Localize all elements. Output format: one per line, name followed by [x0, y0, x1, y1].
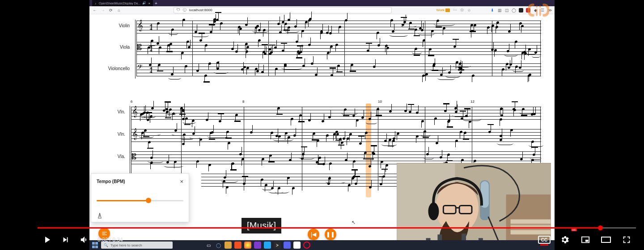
measure-number: 8 [242, 100, 244, 104]
sheet-music-area[interactable]: Violin Viola Violoncello 𝄞 44 𝄡 44 [89, 14, 555, 250]
yt-controls: 0:32 / 0:34 CC HD [38, 229, 636, 250]
treble-clef-icon: 𝄞 [137, 20, 143, 31]
yt-time-display: 0:32 / 0:34 [97, 237, 123, 243]
svg-point-14 [428, 203, 439, 221]
bass-clef-icon: 𝄢 [137, 63, 143, 73]
svg-rect-15 [536, 8, 538, 16]
info-icon: ⓘ [183, 8, 186, 12]
yt-cc-button[interactable]: CC [535, 230, 554, 249]
alto-clef-icon: 𝄡 [132, 152, 136, 162]
instrument-label: Violin [103, 23, 130, 28]
staff-system-1: Violin Viola Violoncello 𝄞 44 𝄡 44 [103, 17, 541, 84]
alto-clef-icon: 𝄡 [137, 43, 142, 52]
instrument-label: Vla. [98, 154, 125, 159]
tempo-slider[interactable] [97, 197, 183, 204]
reload-button[interactable]: ⟳ [108, 8, 114, 13]
mouse-cursor-icon: ↖ [352, 220, 356, 225]
svg-rect-19 [585, 240, 588, 242]
instrument-label: Vln. [98, 132, 125, 137]
brand-logo-icon [525, 1, 552, 23]
instrument-label: Violoncello [103, 66, 130, 71]
yt-miniplayer-button[interactable] [576, 230, 595, 249]
tempo-close-icon[interactable]: × [180, 178, 183, 185]
metronome-icon[interactable] [97, 212, 103, 219]
hd-badge: HD [571, 229, 577, 231]
video-area: ♪ OpenSheetMusicDisplay De... 🔊 × + ← → … [89, 0, 555, 250]
yt-fullscreen-button[interactable] [617, 230, 636, 249]
shield-icon: 🛡 [177, 8, 180, 12]
work-chip-icon [445, 8, 450, 12]
tab-title: OpenSheetMusicDisplay De... [99, 2, 140, 5]
svg-point-18 [539, 6, 541, 8]
tempo-popup: Tempo (BPM) × [91, 173, 189, 222]
browser-tab-strip: ♪ OpenSheetMusicDisplay De... 🔊 × + [89, 0, 555, 6]
instrument-label: Viola [103, 45, 130, 50]
back-button[interactable]: ← [92, 8, 97, 13]
ext-icon-1[interactable] [519, 8, 523, 12]
measure-number: 6 [131, 100, 132, 104]
yt-next-button[interactable] [56, 230, 75, 249]
yt-progress-bar[interactable] [38, 226, 636, 229]
tab-audio-icon[interactable]: 🔊 [142, 1, 146, 5]
library-icon[interactable]: ▥ [497, 8, 502, 12]
treble-clef-icon: 𝄞 [132, 106, 138, 117]
stage: ♪ OpenSheetMusicDisplay De... 🔊 × + ← → … [0, 0, 644, 250]
home-button[interactable]: ⌂ [116, 8, 122, 13]
svg-rect-7 [511, 219, 551, 224]
svg-rect-16 [539, 8, 541, 16]
tempo-title: Tempo (BPM) [97, 179, 125, 184]
instrument-label: Vln. [98, 109, 125, 114]
measure-number: 12 [470, 100, 475, 104]
url-field[interactable]: 🛡 ⓘ localhost:8000 [174, 7, 392, 13]
container-indicator[interactable]: Work [436, 8, 450, 12]
yt-volume-button[interactable] [75, 230, 94, 249]
tab-close-icon[interactable]: × [148, 1, 150, 5]
account-icon[interactable]: ◯ [512, 8, 516, 12]
yt-settings-button[interactable]: HD [555, 230, 574, 249]
forward-button[interactable]: → [100, 8, 106, 13]
treble-clef-icon: 𝄞 [132, 128, 138, 140]
reader-icon[interactable]: ☉ [460, 8, 464, 12]
browser-tab[interactable]: ♪ OpenSheetMusicDisplay De... 🔊 × [92, 0, 153, 6]
svg-point-17 [536, 6, 538, 8]
bookmark-star-icon[interactable]: ☆ [467, 8, 471, 12]
new-tab-button[interactable]: + [155, 1, 157, 6]
page-action-more-icon[interactable]: ⋯ [453, 8, 457, 12]
svg-rect-20 [602, 237, 610, 242]
tempo-slider-thumb[interactable] [146, 198, 151, 203]
measure-number: 10 [378, 100, 382, 104]
yt-theater-button[interactable] [597, 230, 615, 249]
yt-play-button[interactable] [38, 230, 56, 249]
url-text: localhost:8000 [189, 8, 212, 12]
address-bar: ← → ⟳ ⌂ 🛡 ⓘ localhost:8000 Work ⋯ ☉ ☆ ⬇ … [89, 6, 555, 14]
tab-favicon-icon: ♪ [94, 2, 97, 5]
sidebar-icon[interactable]: ◫ [504, 8, 509, 12]
download-icon[interactable]: ⬇ [490, 8, 495, 12]
